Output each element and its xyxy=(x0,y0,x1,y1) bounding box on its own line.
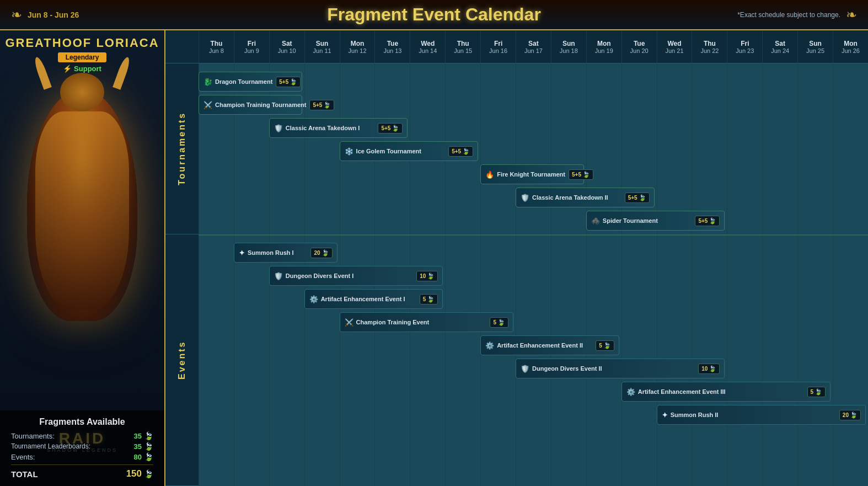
col-line-11 xyxy=(586,63,621,486)
event-icon: ⚔️ xyxy=(345,318,353,327)
col-line-9 xyxy=(516,63,551,486)
col-line-1 xyxy=(234,63,269,486)
fragment-icon-total: 🍃 xyxy=(144,469,153,478)
event-bar-5[interactable]: 🛡️ Classic Arena Takedown II 5+5 🍃 xyxy=(516,188,655,207)
event-badge: 5+5 🍃 xyxy=(625,193,650,203)
total-value: 150 🍃 xyxy=(126,468,153,479)
calendar-day-headers: ThuJun 8FriJun 9SatJun 10SunJun 11MonJun… xyxy=(199,30,868,63)
section-label-events: Events xyxy=(165,234,199,486)
fragments-title: Fragments Available xyxy=(11,417,153,427)
event-name: Classic Arena Takedown II xyxy=(532,194,621,201)
event-name: Dragon Tournament xyxy=(215,78,272,85)
event-badge: 5+5 🍃 xyxy=(378,123,403,133)
day-header-7: ThuJun 15 xyxy=(445,30,480,63)
fragment-label-leaderboards: Tournament Leaderboards: xyxy=(11,442,90,450)
day-header-0: ThuJun 8 xyxy=(199,30,234,63)
calendar-grid: 🐉 Dragon Tournament 5+5 🍃 ⚔️ Champion Tr… xyxy=(199,63,868,486)
day-header-9: SatJun 17 xyxy=(516,30,551,63)
section-divider xyxy=(199,234,868,236)
header-title: Fragment Event Calendar xyxy=(327,4,541,25)
event-icon: ✦ xyxy=(662,411,668,419)
section-label-tournaments: Tournaments xyxy=(165,63,199,234)
event-bar-1[interactable]: ⚔️ Champion Training Tournament 5+5 🍃 xyxy=(199,95,302,115)
fragment-label-events: Events: xyxy=(11,453,35,461)
event-name: Fire Knight Tournament xyxy=(497,171,565,178)
champion-art xyxy=(5,73,159,338)
col-line-8 xyxy=(480,63,516,486)
day-header-12: TueJun 20 xyxy=(621,30,657,63)
header-note: *Exact schedule subject to change. xyxy=(737,11,840,19)
event-bar-3[interactable]: ❄️ Ice Golem Tournament 5+5 🍃 xyxy=(340,141,479,161)
event-bar-1[interactable]: 🛡️ Dungeon Divers Event I 10 🍃 xyxy=(269,266,443,286)
col-line-7 xyxy=(445,63,480,486)
day-header-18: MonJun 26 xyxy=(833,30,868,63)
fragment-icon-leaderboards: 🍃 xyxy=(144,442,153,451)
event-icon: ⚙️ xyxy=(626,388,635,396)
day-header-5: TueJun 13 xyxy=(374,30,410,63)
left-panel: GREATHOOF LORIACA Legendary Support RAID… xyxy=(0,30,165,486)
fragment-value-events: 80 🍃 xyxy=(134,452,153,461)
event-badge: 5+5 🍃 xyxy=(569,169,593,180)
day-header-4: MonJun 12 xyxy=(340,30,375,63)
day-header-13: WedJun 21 xyxy=(657,30,692,63)
event-name: Summon Rush I xyxy=(248,249,308,256)
fragment-row-leaderboards: Tournament Leaderboards: 35 🍃 xyxy=(11,442,153,451)
fragment-row-events: Events: 80 🍃 xyxy=(11,452,153,461)
event-bar-2[interactable]: 🛡️ Classic Arena Takedown I 5+5 🍃 xyxy=(269,118,408,138)
support-badge: Support xyxy=(63,65,101,73)
day-header-15: FriJun 23 xyxy=(727,30,762,63)
event-icon: 🕷️ xyxy=(591,217,600,225)
event-bar-3[interactable]: ⚔️ Champion Training Event 5 🍃 xyxy=(340,312,513,332)
col-line-0 xyxy=(199,63,234,486)
event-bar-6[interactable]: ⚙️ Artifact Enhancement Event III 5 🍃 xyxy=(621,382,831,402)
event-bar-2[interactable]: ⚙️ Artifact Enhancement Event I 5 🍃 xyxy=(304,289,443,309)
col-line-12 xyxy=(621,63,657,486)
legendary-badge: Legendary xyxy=(58,52,107,62)
event-bar-4[interactable]: 🔥 Fire Knight Tournament 5+5 🍃 xyxy=(480,164,584,184)
fragment-icon-events: 🍃 xyxy=(144,452,153,461)
champion-name: GREATHOOF LORIACA xyxy=(5,36,159,50)
event-icon: ✦ xyxy=(239,249,245,257)
event-badge: 5+5 🍃 xyxy=(695,216,720,226)
event-name: Spider Tournament xyxy=(603,217,692,224)
total-label: TOTAL xyxy=(11,469,38,479)
day-header-16: SatJun 24 xyxy=(762,30,797,63)
event-name: Artifact Enhancement Event II xyxy=(497,342,592,349)
event-badge: 10 🍃 xyxy=(698,364,720,374)
event-icon: ❄️ xyxy=(345,147,353,156)
fragments-section: Fragments Available Tournaments: 35 🍃 To… xyxy=(0,410,164,486)
event-badge: 5 🍃 xyxy=(807,387,826,397)
event-badge: 20 🍃 xyxy=(839,410,861,420)
event-name: Classic Arena Takedown I xyxy=(286,125,375,131)
event-bar-0[interactable]: 🐉 Dragon Tournament 5+5 🍃 xyxy=(199,72,302,92)
event-bar-4[interactable]: ⚙️ Artifact Enhancement Event II 5 🍃 xyxy=(480,335,619,355)
day-header-2: SatJun 10 xyxy=(269,30,304,63)
event-badge: 5 🍃 xyxy=(420,294,438,305)
event-bar-7[interactable]: ✦ Summon Rush II 20 🍃 xyxy=(657,405,866,425)
event-name: Champion Training Event xyxy=(356,319,487,325)
event-name: Artifact Enhancement Event III xyxy=(638,388,804,395)
calendar-body: Tournaments Events 🐉 Dragon Tournament 5… xyxy=(165,63,868,486)
page-header: ❧ Jun 8 - Jun 26 Fragment Event Calendar… xyxy=(0,0,868,30)
event-bar-0[interactable]: ✦ Summon Rush I 20 🍃 xyxy=(234,243,337,263)
champion-figure xyxy=(27,89,137,321)
header-date-range: Jun 8 - Jun 26 xyxy=(28,10,79,19)
event-bar-5[interactable]: 🛡️ Dungeon Divers Event II 10 🍃 xyxy=(516,359,725,378)
day-header-17: SunJun 25 xyxy=(797,30,833,63)
calendar-area: ThuJun 8FriJun 9SatJun 10SunJun 11MonJun… xyxy=(165,30,868,486)
fragment-total-row: TOTAL 150 🍃 xyxy=(11,464,153,479)
day-header-6: WedJun 14 xyxy=(410,30,445,63)
event-badge: 5 🍃 xyxy=(490,317,508,328)
calendar-header: ThuJun 8FriJun 9SatJun 10SunJun 11MonJun… xyxy=(165,30,868,63)
day-header-14: ThuJun 22 xyxy=(692,30,727,63)
event-name: Artifact Enhancement Event I xyxy=(321,296,416,302)
event-badge: 20 🍃 xyxy=(310,248,332,258)
fragment-value-leaderboards: 35 🍃 xyxy=(134,442,153,451)
day-header-11: MonJun 19 xyxy=(586,30,621,63)
event-name: Summon Rush II xyxy=(671,412,836,418)
event-bar-6[interactable]: 🕷️ Spider Tournament 5+5 🍃 xyxy=(586,211,725,231)
event-icon: 🛡️ xyxy=(274,272,283,280)
event-name: Dungeon Divers Event II xyxy=(532,365,695,372)
event-badge: 10 🍃 xyxy=(416,271,438,281)
main-container: GREATHOOF LORIACA Legendary Support RAID… xyxy=(0,30,868,486)
